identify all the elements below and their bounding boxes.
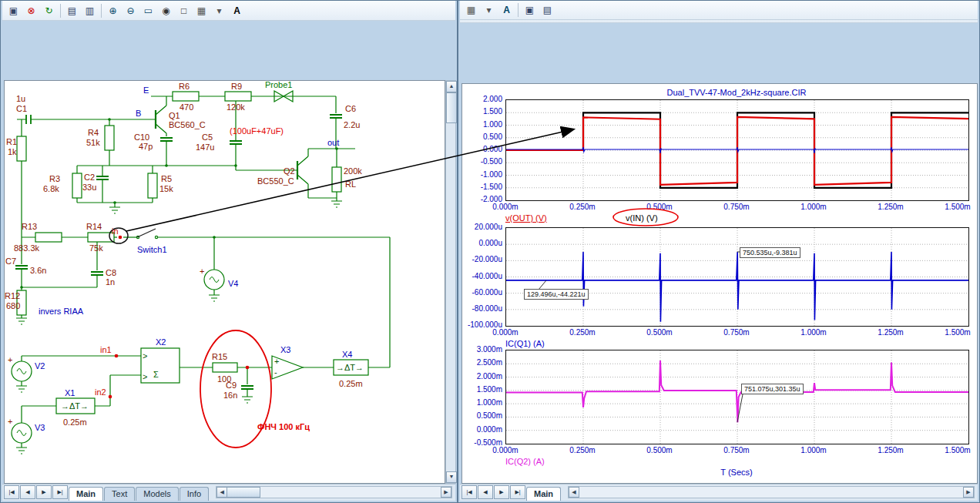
schematic-label-probe1: Probe1 bbox=[265, 81, 292, 89]
schematic-label--t-: →ΔT→ bbox=[336, 363, 364, 372]
scroll-left-button[interactable]: ◀ bbox=[216, 487, 227, 498]
hscroll-thumb[interactable] bbox=[227, 487, 260, 498]
schematic-label-47p: 47p bbox=[139, 142, 153, 151]
toolbar-view: ▣⊗↻▤▥⊕⊖▭◉□▦▾A bbox=[2, 1, 455, 21]
tab-main[interactable]: Main bbox=[69, 487, 103, 501]
tab-info[interactable]: Info bbox=[180, 487, 209, 501]
schematic-vscrollbar[interactable]: ▲ ▼ bbox=[445, 80, 456, 484]
y-tick-label: 3.000m bbox=[464, 345, 502, 354]
grid-dropdown-icon[interactable]: ▾ bbox=[481, 2, 497, 18]
y-tick-label: 1.000m bbox=[464, 398, 502, 407]
schematic-label-r5: R5 bbox=[161, 174, 172, 183]
transient-analysis-window: ∿ Transient Analysis ─□× ↖▣▾▤▥▧▨∿◫≋T▶■▮▮… bbox=[458, 0, 980, 503]
grid-select-icon[interactable]: ▦ bbox=[193, 3, 210, 18]
tab-main[interactable]: Main bbox=[526, 487, 561, 501]
zoom-in-icon[interactable]: ⊕ bbox=[105, 3, 121, 18]
schematic-label-r1: R1 bbox=[6, 137, 17, 146]
copy-icon[interactable]: ▣ bbox=[522, 2, 538, 18]
waveform-plot-2[interactable] bbox=[505, 227, 969, 327]
next-tab-button[interactable]: ▶ bbox=[36, 485, 52, 499]
schematic-label-r4: R4 bbox=[88, 128, 99, 137]
x-tick-label: 0.000m bbox=[488, 203, 523, 211]
schematic-label-c9: C9 bbox=[226, 381, 237, 390]
cursor-readout: 750.535u,-9.381u bbox=[740, 247, 800, 258]
x-tick-label: 1.250m bbox=[873, 446, 908, 454]
scroll-down-button[interactable]: ▼ bbox=[446, 471, 457, 483]
analysis-tabbar: |◀◀▶▶| Main ◀ ▶ bbox=[460, 484, 978, 501]
schematic-label-in2: in2 bbox=[95, 387, 106, 397]
y-tick-label: -80.000u bbox=[464, 304, 502, 313]
y-tick-label: 0.500m bbox=[464, 411, 502, 420]
waveform-plot-3[interactable] bbox=[505, 350, 969, 444]
zoom-area-icon[interactable]: ▭ bbox=[140, 3, 156, 18]
schematic-label-x2: X2 bbox=[156, 337, 166, 347]
font-icon[interactable]: A bbox=[498, 2, 515, 18]
camera-icon[interactable]: ◉ bbox=[158, 3, 174, 18]
copy-page-icon[interactable]: ▤ bbox=[64, 3, 80, 18]
schematic-label-e: E bbox=[143, 86, 149, 95]
schematic-canvas[interactable]: 1uC1BER6470R9120kProbe1C62.2uQ1BC560_CC1… bbox=[4, 80, 445, 484]
y-tick-label: 20.000u bbox=[464, 223, 502, 231]
schematic-label-883-3k: 883.3k bbox=[14, 243, 40, 253]
schematic-label-2-2u: 2.2u bbox=[344, 120, 360, 129]
series-v-out- bbox=[506, 117, 968, 185]
font-icon[interactable]: A bbox=[229, 3, 245, 18]
cursor-readout: 129.496u,-44.221u bbox=[524, 289, 589, 300]
junction-dots bbox=[20, 118, 338, 289]
y-tick-label: -0.500 bbox=[464, 157, 502, 166]
schematic-label-c10: C10 bbox=[134, 132, 149, 142]
schematic-label-r6: R6 bbox=[179, 82, 190, 91]
vscroll-thumb[interactable] bbox=[446, 92, 457, 123]
series-caption: v(OUT) (V) bbox=[505, 213, 547, 223]
schematic-label--: > bbox=[143, 372, 147, 381]
x-tick-label: 0.750m bbox=[719, 328, 754, 337]
scroll-right-button[interactable]: ▶ bbox=[441, 487, 451, 498]
schematic-label--: + bbox=[274, 357, 279, 366]
schematic-label-r9: R9 bbox=[231, 82, 242, 91]
paste-page-icon[interactable]: ▥ bbox=[82, 3, 98, 18]
window-icon[interactable]: ▣ bbox=[5, 3, 22, 18]
last-tab-button[interactable]: ▶| bbox=[52, 485, 68, 499]
scroll-left-button[interactable]: ◀ bbox=[569, 487, 579, 498]
y-tick-label: 2.000 bbox=[464, 95, 502, 103]
first-tab-button[interactable]: |◀ bbox=[461, 485, 477, 499]
schematic-drawing[interactable]: 1uC1BER6470R9120kProbe1C62.2uQ1BC560_CC1… bbox=[5, 81, 445, 483]
schematic-label--100uf-47uf-: (100uF+47uF) bbox=[230, 126, 284, 136]
x-tick-label: 1.250m bbox=[873, 203, 908, 211]
switch-lever bbox=[137, 229, 156, 237]
prev-tab-button[interactable]: ◀ bbox=[20, 485, 35, 499]
frame-icon[interactable]: □ bbox=[176, 3, 192, 18]
x-tick-label: 0.250m bbox=[565, 328, 600, 337]
stop-circle-icon[interactable]: ⊗ bbox=[23, 3, 39, 18]
grid-dropdown-icon[interactable]: ▾ bbox=[211, 3, 227, 18]
x-tick-label: 0.500m bbox=[642, 446, 677, 454]
tab-text[interactable]: Text bbox=[104, 487, 135, 501]
schematic-label-q1: Q1 bbox=[169, 111, 180, 120]
schematic-label-switch1: Switch1 bbox=[137, 245, 167, 254]
last-tab-button[interactable]: ▶| bbox=[510, 485, 525, 499]
schematic-label-1u: 1u bbox=[16, 94, 25, 103]
refresh-icon[interactable]: ↻ bbox=[41, 3, 57, 18]
x-tick-label: 0.750m bbox=[719, 446, 754, 454]
zoom-out-icon[interactable]: ⊖ bbox=[123, 3, 139, 18]
copy-page-icon[interactable]: ▤ bbox=[539, 2, 555, 18]
x-tick-label: 0.500m bbox=[642, 328, 677, 337]
analysis-toolbar-small: ▦▾A▣▤ bbox=[460, 1, 978, 20]
scroll-up-button[interactable]: ▲ bbox=[446, 81, 457, 92]
schematic-label-r3: R3 bbox=[49, 174, 60, 183]
scroll-right-button[interactable]: ▶ bbox=[963, 487, 974, 498]
first-tab-button[interactable]: |◀ bbox=[4, 485, 19, 499]
next-tab-button[interactable]: ▶ bbox=[494, 485, 509, 499]
schematic-label-c2: C2 bbox=[84, 173, 95, 182]
y-tick-label: -2.000 bbox=[464, 195, 502, 203]
prev-tab-button[interactable]: ◀ bbox=[478, 485, 493, 499]
grid-select-icon[interactable]: ▦ bbox=[463, 2, 479, 18]
analysis-hscrollbar[interactable]: ◀ ▶ bbox=[568, 486, 975, 498]
x-tick-label: 0.500m bbox=[642, 203, 677, 211]
schematic-label-0-25m: 0.25m bbox=[63, 417, 87, 427]
tab-models[interactable]: Models bbox=[136, 487, 178, 501]
waveform-plot-1[interactable] bbox=[505, 99, 969, 201]
schematic-label--t-: →ΔT→ bbox=[61, 401, 89, 411]
schematic-label-v4: V4 bbox=[228, 279, 238, 288]
schematic-hscrollbar[interactable]: ◀ ▶ bbox=[216, 486, 452, 498]
